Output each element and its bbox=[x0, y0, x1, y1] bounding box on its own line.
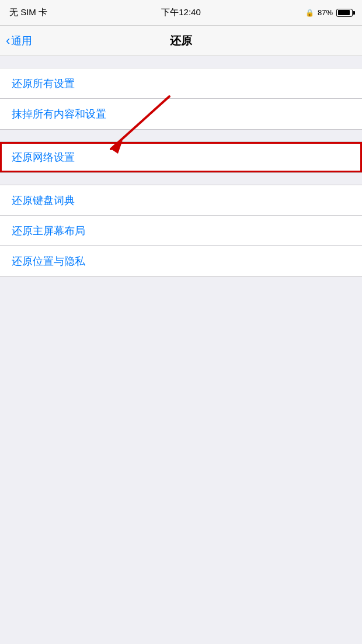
list-item-erase-all[interactable]: 抹掉所有内容和设置 bbox=[0, 99, 362, 129]
back-label: 通用 bbox=[11, 34, 32, 48]
section-group-1: 还原所有设置 抹掉所有内容和设置 bbox=[0, 68, 362, 130]
status-bar: 无 SIM 卡 下午12:40 🔒 87% bbox=[0, 0, 362, 26]
reset-location-label: 还原位置与隐私 bbox=[12, 254, 85, 268]
content-area: 还原所有设置 抹掉所有内容和设置 还原网络设置 还原键盘词典 还原主屏幕布局 还… bbox=[0, 56, 362, 277]
page-title: 还原 bbox=[170, 33, 192, 49]
list-item-reset-network[interactable]: 还原网络设置 bbox=[0, 142, 362, 172]
reset-homescreen-label: 还原主屏幕布局 bbox=[12, 224, 85, 238]
back-button[interactable]: ‹ 通用 bbox=[6, 34, 32, 48]
list-item-reset-location[interactable]: 还原位置与隐私 bbox=[0, 246, 362, 276]
battery-icon bbox=[336, 9, 353, 17]
reset-keyboard-label: 还原键盘词典 bbox=[12, 193, 75, 207]
list-item-reset-keyboard[interactable]: 还原键盘词典 bbox=[0, 185, 362, 216]
battery-percent: 87% bbox=[318, 8, 333, 17]
section-group-2: 还原网络设置 bbox=[0, 141, 362, 173]
back-chevron-icon: ‹ bbox=[6, 34, 10, 47]
reset-network-label: 还原网络设置 bbox=[12, 150, 75, 164]
lock-icon: 🔒 bbox=[305, 9, 314, 17]
time-label: 下午12:40 bbox=[161, 7, 201, 18]
reset-all-settings-label: 还原所有设置 bbox=[12, 77, 75, 91]
list-item-reset-homescreen[interactable]: 还原主屏幕布局 bbox=[0, 216, 362, 246]
status-right: 🔒 87% bbox=[305, 8, 353, 17]
list-item-reset-all-settings[interactable]: 还原所有设置 bbox=[0, 68, 362, 99]
section-group-3: 还原键盘词典 还原主屏幕布局 还原位置与隐私 bbox=[0, 185, 362, 277]
erase-all-label: 抹掉所有内容和设置 bbox=[12, 107, 106, 121]
nav-bar: ‹ 通用 还原 bbox=[0, 26, 362, 56]
sim-label: 无 SIM 卡 bbox=[9, 7, 47, 18]
